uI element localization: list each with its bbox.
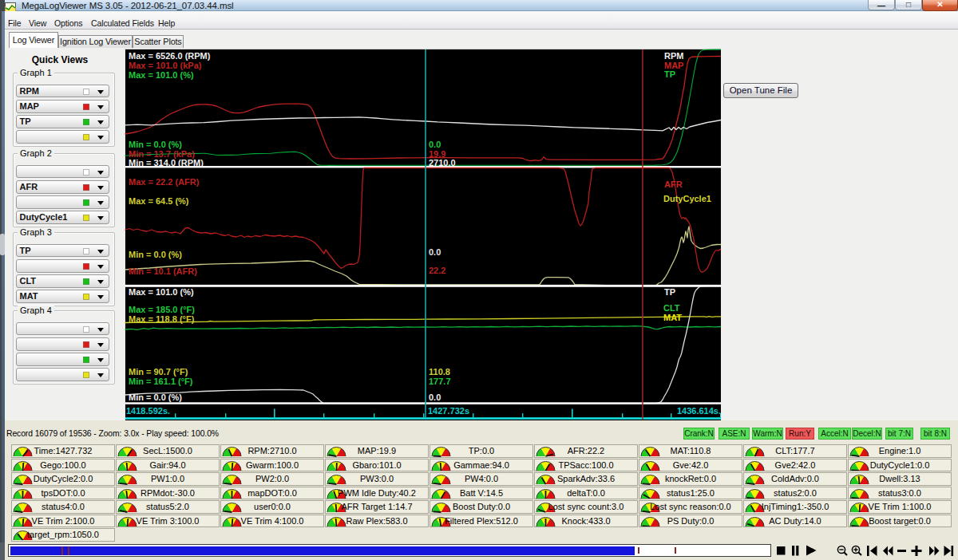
svg-text:Min = 161.1 (°F): Min = 161.1 (°F) <box>129 377 193 386</box>
svg-text:110.8: 110.8 <box>429 367 450 377</box>
svg-text:1436.614s.: 1436.614s. <box>677 406 721 416</box>
svg-text:Min = 90.7 (°F): Min = 90.7 (°F) <box>129 367 188 377</box>
svg-text:CLT: CLT <box>663 303 680 313</box>
svg-text:MAT: MAT <box>663 313 682 322</box>
svg-text:Min = 0.0 (%): Min = 0.0 (%) <box>129 250 182 259</box>
svg-text:1427.732s: 1427.732s <box>428 406 469 416</box>
svg-text:Min = 0.0 (%): Min = 0.0 (%) <box>129 140 182 149</box>
svg-text:Max = 101.0 (%): Max = 101.0 (%) <box>129 287 194 297</box>
svg-text:Max = 6526.0 (RPM): Max = 6526.0 (RPM) <box>129 51 211 61</box>
svg-text:1418.592s.: 1418.592s. <box>126 406 170 416</box>
svg-text:22.2: 22.2 <box>429 266 445 275</box>
svg-text:Max = 185.0 (°F): Max = 185.0 (°F) <box>129 305 195 314</box>
svg-text:Max = 22.2 (AFR): Max = 22.2 (AFR) <box>129 177 200 187</box>
svg-text:AFR: AFR <box>664 179 683 189</box>
svg-text:MAP: MAP <box>664 61 683 70</box>
svg-text:Max = 101.0 (%): Max = 101.0 (%) <box>129 70 194 80</box>
svg-text:Max = 101.0 (kPa): Max = 101.0 (kPa) <box>129 61 202 70</box>
svg-text:DutyCycle1: DutyCycle1 <box>663 194 711 203</box>
svg-text:0.0: 0.0 <box>429 247 441 257</box>
svg-text:RPM: RPM <box>664 51 683 61</box>
svg-text:2710.0: 2710.0 <box>429 158 456 168</box>
svg-text:177.7: 177.7 <box>429 377 451 386</box>
svg-text:Max = 64.5 (%): Max = 64.5 (%) <box>129 196 189 206</box>
svg-text:Min = 0.0 (%): Min = 0.0 (%) <box>129 392 182 402</box>
svg-text:Max = 118.8 (°F): Max = 118.8 (°F) <box>129 314 195 324</box>
svg-text:Min = 10.1 (AFR): Min = 10.1 (AFR) <box>129 266 197 276</box>
svg-text:TP: TP <box>664 287 675 297</box>
svg-text:0.0: 0.0 <box>429 392 441 402</box>
svg-text:TP: TP <box>664 69 675 79</box>
svg-text:Min = 314.0 (RPM): Min = 314.0 (RPM) <box>129 158 204 168</box>
svg-text:0.0: 0.0 <box>429 140 441 149</box>
